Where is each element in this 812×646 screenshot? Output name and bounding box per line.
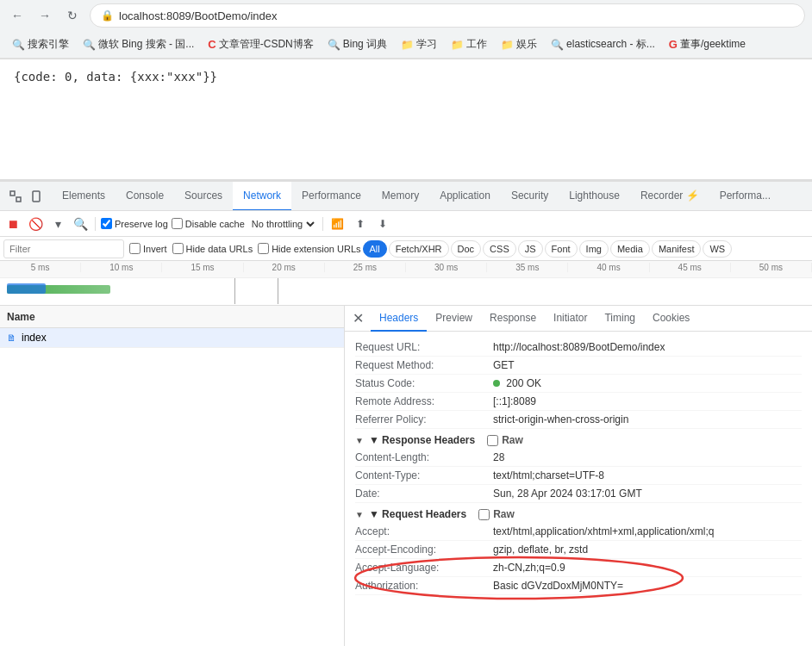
- tab-performance[interactable]: Performance: [291, 182, 372, 211]
- tick-1: 10 ms: [81, 263, 162, 272]
- filter-tag-manifest[interactable]: Manifest: [652, 240, 702, 258]
- filter-tag-doc[interactable]: Doc: [451, 240, 482, 258]
- throttle-select[interactable]: No throttling: [248, 214, 317, 233]
- search-button[interactable]: 🔍: [71, 214, 90, 233]
- tab-elements[interactable]: Elements: [52, 182, 116, 211]
- tick-3: 20 ms: [244, 263, 325, 272]
- disable-cache-checkbox[interactable]: Disable cache: [172, 218, 245, 229]
- bookmark-search-engine[interactable]: 🔍 搜索引擎: [7, 35, 74, 53]
- tab-recorder[interactable]: Recorder ⚡: [630, 182, 709, 211]
- authorization-label: Authorization:: [355, 580, 493, 592]
- tick-6: 35 ms: [487, 263, 568, 272]
- inspect-icon[interactable]: [7, 188, 24, 205]
- hide-extension-urls-checkbox[interactable]: Hide extension URLs: [258, 243, 360, 254]
- bookmark-entertainment[interactable]: 📁 娱乐: [496, 35, 542, 53]
- authorization-row: Authorization: Basic dGVzdDoxMjM0NTY=: [355, 577, 802, 595]
- bookmark-label: 工作: [466, 37, 487, 52]
- download-icon[interactable]: ⬇: [373, 214, 392, 233]
- filter-tag-all[interactable]: All: [363, 240, 387, 258]
- tick-7: 40 ms: [568, 263, 649, 272]
- filter-button[interactable]: ▾: [48, 214, 67, 233]
- accept-value: text/html,application/xhtml+xml,applicat…: [493, 525, 802, 537]
- filter-tag-media[interactable]: Media: [610, 240, 650, 258]
- preserve-log-checkbox[interactable]: Preserve log: [101, 218, 168, 229]
- devtools-main: Name 🗎 index ✕ Headers Preview Res: [0, 306, 812, 646]
- tab-sources[interactable]: Sources: [174, 182, 233, 211]
- content-type-value: text/html;charset=UTF-8: [493, 469, 802, 481]
- separator-1: [95, 217, 96, 231]
- tab-console[interactable]: Console: [116, 182, 174, 211]
- timeline-ruler: 5 ms 10 ms 15 ms 20 ms 25 ms 30 ms 35 ms…: [0, 261, 812, 278]
- clear-button[interactable]: 🚫: [26, 214, 45, 233]
- bookmark-study[interactable]: 📁 学习: [396, 35, 442, 53]
- back-button[interactable]: ←: [7, 5, 28, 26]
- timeline-chart: [0, 278, 812, 304]
- svg-rect-0: [10, 191, 15, 196]
- device-icon[interactable]: [28, 188, 45, 205]
- forward-button[interactable]: →: [34, 5, 55, 26]
- lock-icon: 🔒: [101, 9, 114, 22]
- detail-tab-initiator[interactable]: Initiator: [545, 306, 596, 332]
- request-method-label: Request Method:: [355, 359, 493, 371]
- request-raw-checkbox[interactable]: Raw: [478, 508, 515, 520]
- status-code-label: Status Code:: [355, 377, 493, 389]
- bookmark-work[interactable]: 📁 工作: [446, 35, 492, 53]
- reload-button[interactable]: ↻: [62, 5, 83, 26]
- response-raw-checkbox[interactable]: Raw: [487, 434, 523, 446]
- bookmark-icon: 🔍: [83, 39, 96, 51]
- address-bar[interactable]: 🔒 localhost:8089/BootDemo/index: [90, 3, 805, 28]
- bookmark-icon: 📁: [451, 39, 464, 51]
- date-row: Date: Sun, 28 Apr 2024 03:17:01 GMT: [355, 485, 802, 503]
- bookmark-label: 微软 Bing 搜索 - 国...: [98, 37, 194, 52]
- remote-address-label: Remote Address:: [355, 395, 493, 407]
- name-item-index[interactable]: 🗎 index: [0, 328, 344, 348]
- bookmark-icon: 🔍: [328, 39, 340, 51]
- bookmark-geektime[interactable]: G 董事/geektime: [664, 35, 751, 53]
- close-detail-button[interactable]: ✕: [347, 307, 369, 330]
- bookmark-label: elasticsearch - 标...: [566, 37, 655, 52]
- tab-lighthouse[interactable]: Lighthouse: [559, 182, 630, 211]
- name-list: 🗎 index: [0, 328, 344, 646]
- tick-4: 25 ms: [325, 263, 406, 272]
- filter-tag-img[interactable]: Img: [579, 240, 609, 258]
- bookmark-bing-dict[interactable]: 🔍 Bing 词典: [322, 35, 392, 53]
- separator-2: [322, 217, 323, 231]
- detail-tab-preview[interactable]: Preview: [427, 306, 481, 332]
- detail-tab-timing[interactable]: Timing: [596, 306, 644, 332]
- invert-checkbox[interactable]: Invert: [129, 243, 167, 254]
- bookmark-csdn[interactable]: C 文章管理-CSDN博客: [203, 35, 318, 53]
- accept-label: Accept:: [355, 525, 493, 537]
- wifi-icon[interactable]: 📶: [328, 214, 347, 233]
- tab-network[interactable]: Network: [233, 182, 291, 211]
- request-method-row: Request Method: GET: [355, 357, 802, 375]
- tab-application[interactable]: Application: [429, 182, 501, 211]
- filter-input[interactable]: [3, 239, 124, 258]
- tab-performa2[interactable]: Performa...: [709, 182, 781, 211]
- tab-security[interactable]: Security: [501, 182, 559, 211]
- hide-data-urls-checkbox[interactable]: Hide data URLs: [172, 243, 253, 254]
- bookmark-elasticsearch[interactable]: 🔍 elasticsearch - 标...: [546, 35, 660, 53]
- request-url-row: Request URL: http://localhost:8089/BootD…: [355, 339, 802, 357]
- accept-encoding-row: Accept-Encoding: gzip, deflate, br, zstd: [355, 541, 802, 559]
- referrer-policy-value: strict-origin-when-cross-origin: [493, 413, 802, 425]
- bookmark-icon: 🔍: [551, 39, 564, 51]
- detail-tabs: ✕ Headers Preview Response Initiator Tim…: [345, 306, 812, 332]
- detail-tab-headers[interactable]: Headers: [371, 306, 427, 332]
- filter-tag-fetch-xhr[interactable]: Fetch/XHR: [389, 240, 449, 258]
- detail-panel: ✕ Headers Preview Response Initiator Tim…: [345, 306, 812, 646]
- filter-tag-font[interactable]: Font: [545, 240, 578, 258]
- tab-memory[interactable]: Memory: [372, 182, 429, 211]
- request-headers-label: ▼ Request Headers: [369, 508, 466, 520]
- filter-tag-js[interactable]: JS: [518, 240, 543, 258]
- filter-tag-ws[interactable]: WS: [703, 240, 732, 258]
- stop-recording-button[interactable]: ⏹: [3, 214, 22, 233]
- upload-icon[interactable]: ⬆: [351, 214, 370, 233]
- bookmark-bing-cn[interactable]: 🔍 微软 Bing 搜索 - 国...: [78, 35, 199, 53]
- detail-tab-cookies[interactable]: Cookies: [644, 306, 698, 332]
- request-headers-section[interactable]: ▼ ▼ Request Headers Raw: [355, 503, 802, 523]
- filter-tag-css[interactable]: CSS: [483, 240, 516, 258]
- timeline-vline-2: [278, 278, 278, 304]
- bookmark-label: 文章管理-CSDN博客: [219, 37, 314, 52]
- response-headers-section[interactable]: ▼ ▼ Response Headers Raw: [355, 429, 802, 449]
- detail-tab-response[interactable]: Response: [481, 306, 545, 332]
